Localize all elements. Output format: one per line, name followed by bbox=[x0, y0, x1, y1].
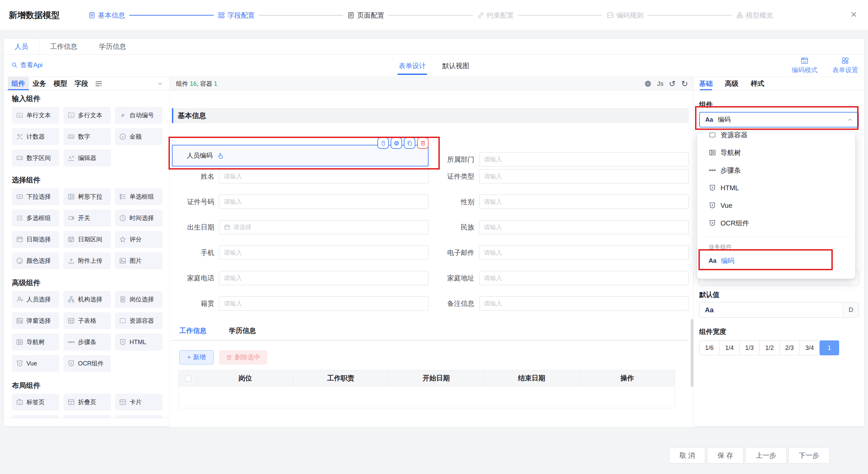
palette-chip-资源容器[interactable]: 资源容器 bbox=[115, 312, 162, 329]
palette-chip-编辑器[interactable]: A编辑器 bbox=[63, 150, 111, 166]
palette-chip-数字区间[interactable]: 1~3数字区间 bbox=[12, 150, 59, 166]
component-type-select[interactable]: Aa 编码 bbox=[699, 112, 859, 127]
palette-chip-机构选择[interactable]: 机构选择 bbox=[63, 291, 111, 308]
field-input-姓名[interactable] bbox=[224, 173, 424, 180]
palette-chip-下拉选择[interactable]: 下拉选择 bbox=[12, 188, 59, 205]
footer-button-上一步[interactable]: 上一步 bbox=[745, 447, 787, 463]
wizard-step-6[interactable]: 模型概览 bbox=[736, 11, 773, 20]
width-option-1/4[interactable]: 1/4 bbox=[719, 341, 739, 355]
palette-chip-clipped[interactable] bbox=[115, 415, 162, 418]
form-canvas[interactable]: 基本信息 人员编码 bbox=[170, 91, 694, 427]
wizard-step-1[interactable]: 基本信息 bbox=[88, 11, 125, 20]
default-value-text[interactable]: Aa bbox=[699, 302, 843, 317]
palette-chip-时间选择[interactable]: 时间选择 bbox=[115, 210, 162, 226]
width-option-1/2[interactable]: 1/2 bbox=[760, 341, 780, 355]
footer-button-保存[interactable]: 保 存 bbox=[707, 447, 744, 463]
wizard-step-2[interactable]: 字段配置 bbox=[218, 11, 255, 20]
dropdown-item-资源容器[interactable]: 资源容器 bbox=[697, 132, 855, 144]
dept-input[interactable] bbox=[484, 156, 684, 163]
field-input-籍贯[interactable] bbox=[224, 300, 424, 307]
model-tab-2[interactable]: 工作信息 bbox=[39, 39, 88, 54]
canvas-scrollbar[interactable] bbox=[691, 319, 693, 387]
palette-chip-导航树[interactable]: 导航树 bbox=[12, 334, 59, 351]
undo-icon[interactable]: ↺ bbox=[669, 80, 676, 87]
width-option-3/4[interactable]: 3/4 bbox=[800, 341, 820, 355]
palette-chip-单选框组[interactable]: 单选框组 bbox=[115, 188, 162, 205]
list-icon[interactable] bbox=[95, 80, 103, 88]
dropdown-item-步骤条[interactable]: 步骤条 bbox=[697, 161, 855, 179]
dropdown-item-OCR组件[interactable]: 5OCR组件 bbox=[697, 214, 855, 232]
palette-chip-多行文本[interactable]: A多行文本 bbox=[63, 107, 111, 124]
field-input-民族[interactable] bbox=[484, 224, 684, 231]
dropdown-item-导航树[interactable]: 导航树 bbox=[697, 144, 855, 161]
palette-chip-颜色选择[interactable]: 颜色选择 bbox=[12, 252, 59, 269]
settings-gear-button[interactable] bbox=[391, 137, 402, 149]
subform-tab-1[interactable]: 工作信息 bbox=[179, 326, 206, 335]
palette-chip-数字[interactable]: 123数字 bbox=[63, 128, 111, 145]
design-tab-1[interactable]: 表单设计 bbox=[399, 55, 426, 77]
palette-chip-卡片[interactable]: 卡片 bbox=[115, 394, 162, 411]
close-icon[interactable]: × bbox=[847, 7, 861, 21]
footer-button-下一步[interactable]: 下一步 bbox=[788, 447, 830, 463]
palette-chip-图片[interactable]: 图片 bbox=[115, 252, 162, 269]
width-option-1/3[interactable]: 1/3 bbox=[739, 341, 760, 355]
globe-icon[interactable] bbox=[644, 80, 652, 87]
palette-chip-折叠页[interactable]: 折叠页 bbox=[63, 394, 111, 411]
palette-scroll-area[interactable]: 输入组件A单行文本A多行文本#自动编号计数器123数字¥金额1~3数字区间A编辑… bbox=[4, 91, 170, 418]
subform-tab-2[interactable]: 学历信息 bbox=[229, 326, 256, 335]
field-input-证件号码[interactable] bbox=[224, 198, 424, 205]
property-tab-3[interactable]: 样式 bbox=[751, 77, 764, 90]
drag-handle-button[interactable] bbox=[377, 137, 389, 149]
design-tab-2[interactable]: 默认视图 bbox=[442, 55, 469, 77]
palette-chip-HTML[interactable]: 5HTML bbox=[115, 334, 162, 351]
palette-chip-计数器[interactable]: 计数器 bbox=[12, 128, 59, 145]
copy-button[interactable] bbox=[404, 137, 415, 149]
model-tab-1[interactable]: 人员 bbox=[4, 39, 39, 54]
dropdown-item-Vue[interactable]: 5Vue bbox=[697, 197, 855, 214]
wizard-step-5[interactable]: 编码规则 bbox=[607, 11, 644, 20]
palette-tab-2[interactable]: 业务 bbox=[29, 77, 50, 90]
palette-chip-岗位选择[interactable]: 岗位选择 bbox=[115, 291, 162, 308]
palette-chip-人员选择[interactable]: 人员选择 bbox=[12, 291, 59, 308]
delete-button[interactable] bbox=[417, 137, 429, 149]
palette-chip-日期选择[interactable]: 日期选择 bbox=[12, 231, 59, 248]
field-input-证件类型[interactable] bbox=[484, 173, 684, 180]
field-input-电子邮件[interactable] bbox=[484, 249, 684, 256]
dropdown-item-HTML[interactable]: 5HTML bbox=[697, 179, 855, 197]
action-code-mode[interactable]: </>编码模式 bbox=[792, 57, 817, 75]
palette-chip-单行文本[interactable]: A单行文本 bbox=[12, 107, 59, 124]
palette-chip-树形下拉[interactable]: 树形下拉 bbox=[63, 188, 111, 205]
palette-chip-自动编号[interactable]: #自动编号 bbox=[115, 107, 162, 124]
palette-tab-3[interactable]: 模型 bbox=[50, 77, 71, 90]
palette-chip-步骤条[interactable]: 步骤条 bbox=[63, 334, 111, 351]
wizard-step-3[interactable]: 页面配置 bbox=[347, 11, 384, 20]
redo-icon[interactable]: ↻ bbox=[681, 80, 688, 87]
width-option-2/3[interactable]: 2/3 bbox=[780, 341, 800, 355]
action-form-settings[interactable]: 表单设置 bbox=[832, 57, 858, 75]
wizard-step-4[interactable]: 约束配置 bbox=[477, 11, 514, 20]
palette-chip-金额[interactable]: ¥金额 bbox=[115, 128, 162, 145]
palette-chip-评分[interactable]: 评分 bbox=[115, 231, 162, 248]
select-all-checkbox[interactable] bbox=[185, 376, 191, 382]
palette-chip-开关[interactable]: 开关 bbox=[63, 210, 111, 226]
field-input-手机[interactable] bbox=[224, 249, 424, 256]
palette-chip-多选框组[interactable]: 多选框组 bbox=[12, 210, 59, 226]
field-input-家庭电话[interactable] bbox=[224, 275, 424, 282]
width-option-1/6[interactable]: 1/6 bbox=[699, 341, 719, 355]
palette-chip-子表格[interactable]: 子表格 bbox=[63, 312, 111, 329]
default-value-suffix-button[interactable]: D bbox=[843, 302, 859, 317]
js-icon[interactable]: Js bbox=[657, 80, 664, 87]
width-option-1[interactable]: 1 bbox=[820, 340, 839, 355]
palette-chip-clipped[interactable] bbox=[12, 415, 59, 418]
selected-component-renyuanbianma[interactable]: 人员编码 bbox=[172, 145, 429, 166]
add-row-button[interactable]: +新增 bbox=[179, 350, 214, 364]
field-input-家庭地址[interactable] bbox=[484, 275, 684, 282]
palette-chip-标签页[interactable]: Tab标签页 bbox=[12, 394, 59, 411]
palette-chip-OCR组件[interactable]: 5OCR组件 bbox=[63, 355, 111, 372]
palette-chip-clipped[interactable] bbox=[63, 415, 111, 418]
palette-chip-日期区间[interactable]: 日期区间 bbox=[63, 231, 111, 248]
property-tab-2[interactable]: 高级 bbox=[725, 77, 738, 90]
property-tab-1[interactable]: 基础 bbox=[699, 77, 713, 90]
palette-chip-弹窗选择[interactable]: 弹窗选择 bbox=[12, 312, 59, 329]
dropdown-item-business-编码[interactable]: Aa编码 bbox=[697, 252, 855, 270]
